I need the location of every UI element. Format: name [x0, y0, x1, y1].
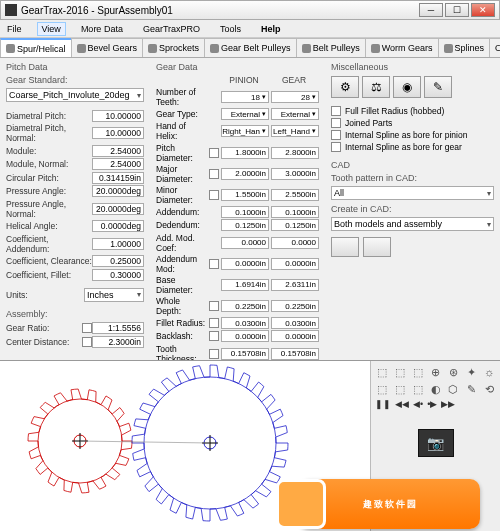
- field-input[interactable]: 0.0000deg: [92, 220, 144, 232]
- tab-belt[interactable]: Belt Pulleys: [296, 38, 366, 57]
- misc-btn-3[interactable]: ◉: [393, 76, 421, 98]
- tab-sprockets[interactable]: Sprockets: [142, 38, 205, 57]
- row-check[interactable]: [209, 169, 219, 179]
- field-input[interactable]: 2.54000: [92, 158, 144, 170]
- gear-input[interactable]: External: [271, 108, 319, 120]
- gear-input[interactable]: 2.6311in: [271, 279, 319, 291]
- units-combo[interactable]: Inches: [84, 288, 144, 302]
- row-check[interactable]: [209, 301, 219, 311]
- minimize-button[interactable]: ─: [419, 3, 443, 17]
- tab-gear-belt[interactable]: Gear Belt Pulleys: [204, 38, 297, 57]
- misc-btn-1[interactable]: ⚙: [331, 76, 359, 98]
- field-input[interactable]: 20.0000deg: [92, 185, 144, 197]
- gear-input[interactable]: 0.1000in: [271, 206, 319, 218]
- option-check[interactable]: [331, 106, 341, 116]
- pinion-input[interactable]: 2.0000in: [221, 168, 269, 180]
- gear-input[interactable]: 28: [271, 91, 319, 103]
- view-icon[interactable]: ✎: [464, 382, 478, 396]
- tab-bevel[interactable]: Bevel Gears: [71, 38, 144, 57]
- tab-options[interactable]: Options: [489, 38, 500, 57]
- pinion-input[interactable]: 0.1250in: [221, 219, 269, 231]
- view-icon[interactable]: ⬚: [411, 365, 425, 379]
- view-icon[interactable]: ☼: [482, 365, 496, 379]
- gear-ratio-input[interactable]: 1:1.5556: [92, 322, 144, 334]
- view-icon[interactable]: ⊕: [429, 365, 443, 379]
- center-distance-input[interactable]: 2.3000in: [92, 336, 144, 348]
- maximize-button[interactable]: ☐: [445, 3, 469, 17]
- tab-spur-helical[interactable]: Spur/Helical: [0, 38, 72, 57]
- view-icon[interactable]: ⊛: [446, 365, 460, 379]
- pinion-input[interactable]: 0.0000: [221, 237, 269, 249]
- pinion-input[interactable]: 0.0300in: [221, 317, 269, 329]
- field-input[interactable]: 0.25000: [92, 255, 144, 267]
- cad-grid-btn-2[interactable]: [363, 237, 391, 257]
- snapshot-button[interactable]: 📷: [418, 429, 454, 457]
- menu-tools[interactable]: Tools: [215, 22, 246, 36]
- forward-icon[interactable]: ▶▶: [441, 399, 455, 409]
- view-icon[interactable]: ⬚: [393, 365, 407, 379]
- field-input[interactable]: 1.00000: [92, 238, 144, 250]
- create-cad-combo[interactable]: Both models and assembly: [331, 217, 494, 231]
- view-icon[interactable]: ⬚: [375, 382, 389, 396]
- gear-ratio-check[interactable]: [82, 323, 92, 333]
- gear-input[interactable]: 0.0000in: [271, 330, 319, 342]
- view-icon[interactable]: ⬚: [411, 382, 425, 396]
- menu-help[interactable]: Help: [256, 22, 286, 36]
- gear-standard-combo[interactable]: Coarse_Pitch_Involute_20deg: [6, 88, 144, 102]
- row-check[interactable]: [209, 318, 219, 328]
- misc-btn-4[interactable]: ✎: [424, 76, 452, 98]
- option-check[interactable]: [331, 130, 341, 140]
- menu-geartraxpro[interactable]: GearTraxPRO: [138, 22, 205, 36]
- view-icon[interactable]: ⟲: [482, 382, 496, 396]
- pinion-input[interactable]: 0.2250in: [221, 300, 269, 312]
- row-check[interactable]: [209, 148, 219, 158]
- pinion-input[interactable]: 1.5500in: [221, 189, 269, 201]
- view-icon[interactable]: ⬚: [393, 382, 407, 396]
- pinion-input[interactable]: 18: [221, 91, 269, 103]
- pinion-input[interactable]: 0.0000in: [221, 258, 269, 270]
- field-input[interactable]: 20.0000deg: [92, 203, 144, 215]
- field-input[interactable]: 2.54000: [92, 145, 144, 157]
- misc-btn-2[interactable]: ⚖: [362, 76, 390, 98]
- row-check[interactable]: [209, 190, 219, 200]
- view-icon[interactable]: ⬡: [446, 382, 460, 396]
- pinion-input[interactable]: Right_Han: [221, 125, 269, 137]
- cad-grid-btn-1[interactable]: [331, 237, 359, 257]
- menu-file[interactable]: File: [2, 22, 27, 36]
- view-icon[interactable]: ⬚: [375, 365, 389, 379]
- pinion-input[interactable]: 0.1000in: [221, 206, 269, 218]
- gear-input[interactable]: 2.5500in: [271, 189, 319, 201]
- option-check[interactable]: [331, 118, 341, 128]
- view-icon[interactable]: ◐: [429, 382, 443, 396]
- pause-icon[interactable]: ❚❚: [375, 399, 391, 409]
- gear-input[interactable]: 0.2250in: [271, 300, 319, 312]
- field-input[interactable]: 0.30000: [92, 269, 144, 281]
- rewind-icon[interactable]: ◀◀: [395, 399, 409, 409]
- gear-input[interactable]: 0.0000in: [271, 258, 319, 270]
- pinion-input[interactable]: 1.6914in: [221, 279, 269, 291]
- pinion-input[interactable]: 0.0000in: [221, 330, 269, 342]
- gear-input[interactable]: Left_Hand: [271, 125, 319, 137]
- field-input[interactable]: 0.314159in: [92, 172, 144, 184]
- option-check[interactable]: [331, 142, 341, 152]
- gear-input[interactable]: 0.0000: [271, 237, 319, 249]
- gear-input[interactable]: 3.0000in: [271, 168, 319, 180]
- pinion-input[interactable]: External: [221, 108, 269, 120]
- row-check[interactable]: [209, 259, 219, 269]
- gear-input[interactable]: 2.8000in: [271, 147, 319, 159]
- row-check[interactable]: [209, 331, 219, 341]
- tab-worm[interactable]: Worm Gears: [365, 38, 439, 57]
- view-icon[interactable]: ✦: [464, 365, 478, 379]
- step-back-icon[interactable]: ◀•: [413, 399, 423, 409]
- field-input[interactable]: 10.00000: [92, 110, 144, 122]
- center-distance-check[interactable]: [82, 337, 92, 347]
- menu-view[interactable]: View: [37, 22, 66, 36]
- menu-more-data[interactable]: More Data: [76, 22, 128, 36]
- tab-splines[interactable]: Splines: [438, 38, 491, 57]
- field-input[interactable]: 10.00000: [92, 127, 144, 139]
- pinion-input[interactable]: 1.8000in: [221, 147, 269, 159]
- gear-input[interactable]: 0.0300in: [271, 317, 319, 329]
- close-button[interactable]: ✕: [471, 3, 495, 17]
- step-fwd-icon[interactable]: •▶: [427, 399, 437, 409]
- gear-input[interactable]: 0.1250in: [271, 219, 319, 231]
